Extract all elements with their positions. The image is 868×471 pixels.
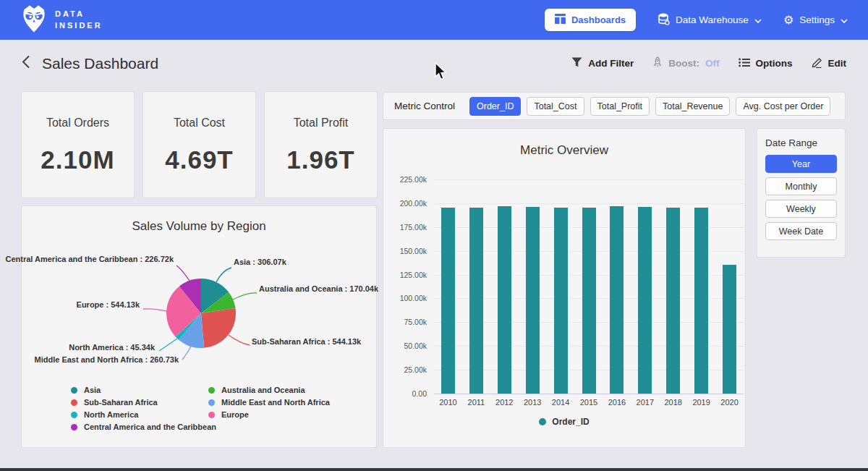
bar-2013[interactable]	[526, 207, 540, 394]
chevron-down-icon	[754, 14, 762, 25]
pie-legend-item[interactable]: Australia and Oceania	[208, 386, 330, 394]
nav-data-warehouse[interactable]: Data Warehouse	[658, 13, 762, 27]
metric-overview-chart-card: Metric Overview 225.00k200.00k175.00k150…	[383, 129, 745, 447]
metric-option-total-profit[interactable]: Total_Profit	[590, 97, 650, 116]
pie-slice-label: Asia : 306.07k	[234, 258, 286, 266]
boost-state: Off	[705, 58, 720, 69]
kpi-label: Total Cost	[174, 116, 225, 130]
pencil-icon	[812, 57, 822, 70]
kpi-label: Total Orders	[46, 116, 109, 130]
nav-dashboards[interactable]: Dashboards	[545, 9, 636, 31]
brand-name: DATA INSIDER	[55, 9, 103, 32]
date-range-monthly[interactable]: Monthly	[765, 177, 837, 195]
pie-legend-item[interactable]: Central America and the Caribbean	[71, 423, 216, 431]
nav-settings-label: Settings	[799, 14, 835, 25]
metric-option-order-id[interactable]: Order_ID	[469, 97, 521, 116]
top-navbar: DATA INSIDER Dashboards	[0, 0, 868, 40]
sales-volume-pie-card: Sales Volume by Region AsiaSub-Saharan A…	[22, 206, 376, 447]
legend-label: Middle East and North Africa	[221, 398, 330, 407]
edit-button[interactable]: Edit	[812, 57, 847, 70]
bar-chart-legend[interactable]: Order_ID	[383, 417, 745, 427]
y-axis-tick: 175.00k	[383, 223, 427, 232]
legend-label: Sub-Saharan Africa	[84, 398, 158, 407]
bar-2012[interactable]	[498, 206, 511, 394]
pie-slice-label: Sub-Saharan Africa : 544.13k	[252, 337, 361, 346]
gridline	[434, 179, 744, 180]
pie-legend-item[interactable]: Middle East and North Africa	[208, 398, 330, 407]
metric-control-label: Metric Control	[394, 101, 455, 111]
brand: DATA INSIDER	[22, 4, 103, 36]
metric-option-avg-cost-per-order[interactable]: Avg. Cost per Order	[736, 97, 830, 116]
x-axis-tick: 2014	[546, 398, 575, 407]
y-axis-tick: 100.00k	[383, 294, 427, 302]
date-range-year[interactable]: Year	[765, 155, 837, 173]
pie-slice-label: North America : 45.34k	[69, 343, 155, 352]
x-axis-tick: 2019	[687, 398, 716, 407]
bar-2016[interactable]	[610, 206, 624, 394]
pie-legend-item[interactable]: North America	[71, 410, 216, 419]
pie-slice-label: Middle East and North Africa : 260.73k	[35, 355, 179, 364]
bar-2019[interactable]	[694, 208, 708, 394]
legend-dot	[71, 399, 77, 406]
back-button[interactable]	[22, 55, 30, 72]
gridline	[434, 203, 744, 204]
x-axis-tick: 2018	[659, 398, 688, 407]
nav-data-warehouse-label: Data Warehouse	[676, 14, 749, 25]
kpi-card-total-orders: Total Orders 2.10M	[22, 92, 134, 198]
metric-option-total-revenue[interactable]: Total_Revenue	[655, 97, 730, 116]
add-filter-button[interactable]: Add Filter	[571, 57, 634, 69]
bar-2011[interactable]	[469, 208, 483, 394]
database-icon	[658, 13, 670, 27]
x-axis-tick: 2016	[603, 398, 631, 407]
date-range-weekly[interactable]: Weekly	[765, 200, 837, 218]
legend-dot	[208, 387, 215, 394]
legend-label: Asia	[84, 386, 101, 394]
pie-slice-sub-saharan-africa[interactable]	[201, 308, 236, 348]
y-axis-tick: 225.00k	[383, 175, 427, 184]
metric-option-total-cost[interactable]: Total_Cost	[527, 97, 584, 116]
date-range-week-date[interactable]: Week Date	[765, 222, 837, 240]
x-axis-tick: 2012	[490, 398, 519, 407]
bottom-edge-strip	[0, 468, 868, 471]
list-options-icon	[739, 58, 750, 69]
legend-label: North America	[84, 410, 138, 419]
app-window: DATA INSIDER Dashboards	[0, 0, 868, 471]
pie-callout-line	[143, 309, 166, 311]
bar-2014[interactable]	[554, 208, 568, 394]
date-range-panel: Date Range YearMonthlyWeeklyWeek Date	[757, 129, 845, 257]
pie-legend-item[interactable]: Europe	[208, 410, 330, 419]
legend-label: Order_ID	[552, 417, 589, 427]
boost-toggle[interactable]: Boost: Off	[652, 56, 719, 70]
x-axis-tick: 2017	[631, 398, 660, 407]
legend-label: Central America and the Caribbean	[84, 423, 216, 431]
pie-slice-label: Australia and Oceania : 170.04k	[259, 284, 378, 293]
legend-dot	[71, 412, 77, 418]
nav-settings[interactable]: ⚙ Settings	[783, 14, 848, 26]
gridline	[434, 394, 744, 394]
rocket-icon	[652, 56, 663, 70]
pie-callout-line	[176, 266, 190, 281]
kpi-value: 2.10M	[41, 145, 114, 174]
bar-2017[interactable]	[638, 207, 652, 394]
x-axis-tick: 2011	[461, 398, 490, 407]
options-button[interactable]: Options	[739, 58, 793, 69]
y-axis-tick: 0.00	[383, 389, 427, 398]
legend-dot	[539, 418, 546, 425]
legend-label: Europe	[221, 410, 249, 419]
x-axis-tick: 2013	[518, 398, 547, 407]
date-range-options: YearMonthlyWeeklyWeek Date	[765, 155, 837, 240]
date-range-label: Date Range	[765, 137, 837, 148]
x-axis-tick: 2020	[715, 398, 744, 407]
x-axis-tick: 2010	[433, 398, 462, 407]
page-title: Sales Dashboard	[42, 55, 158, 72]
bar-2015[interactable]	[582, 208, 596, 394]
pie-legend-item[interactable]: Asia	[71, 386, 216, 394]
pie-callout-line	[159, 339, 177, 351]
bar-chart-title: Metric Overview	[383, 143, 745, 158]
bar-2018[interactable]	[666, 208, 680, 394]
y-axis-tick: 25.00k	[383, 365, 427, 374]
pie-callout-line	[182, 347, 191, 360]
pie-legend-item[interactable]: Sub-Saharan Africa	[71, 398, 216, 407]
bar-2020[interactable]	[723, 265, 736, 394]
bar-2010[interactable]	[441, 208, 455, 394]
